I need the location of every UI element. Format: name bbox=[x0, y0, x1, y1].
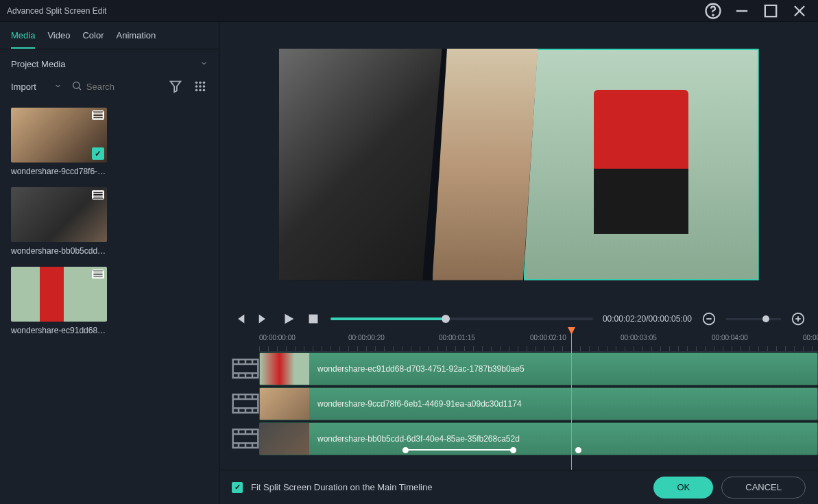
tab-video[interactable]: Video bbox=[47, 30, 70, 49]
next-frame-button[interactable] bbox=[256, 311, 272, 326]
media-item[interactable]: wondershare-ec91dd68-... bbox=[11, 267, 107, 335]
media-item-label: wondershare-9ccd78f6-6... bbox=[11, 167, 107, 176]
cancel-button[interactable]: CANCEL bbox=[721, 477, 806, 499]
source-dropdown[interactable]: Project Media bbox=[11, 59, 208, 69]
timeline-track: wondershare-9ccd78f6-6eb1-4469-91ea-a09d… bbox=[232, 387, 818, 421]
playback-controls: 00:00:02:20/00:00:05:00 bbox=[219, 307, 818, 331]
sidebar: Media Video Color Animation Project Medi… bbox=[0, 22, 219, 504]
svg-point-12 bbox=[195, 85, 198, 88]
search-icon bbox=[71, 80, 82, 93]
preview-canvas[interactable] bbox=[279, 49, 759, 280]
track-video-icon[interactable] bbox=[232, 428, 259, 449]
zoom-in-button[interactable] bbox=[791, 311, 806, 326]
zoom-slider[interactable] bbox=[726, 318, 781, 320]
clip-thumbnail bbox=[260, 388, 309, 420]
svg-point-16 bbox=[199, 89, 202, 92]
svg-line-7 bbox=[79, 87, 81, 89]
check-icon: ✓ bbox=[92, 147, 104, 160]
svg-point-14 bbox=[203, 85, 206, 88]
svg-marker-8 bbox=[171, 82, 181, 93]
clip-label: wondershare-bb0b5cdd-6d3f-40e4-85ae-35fb… bbox=[317, 434, 520, 444]
svg-point-13 bbox=[199, 85, 202, 88]
tab-media[interactable]: Media bbox=[11, 30, 35, 49]
split-pane-2[interactable] bbox=[433, 49, 538, 280]
svg-rect-24 bbox=[93, 271, 104, 277]
keyframe-line bbox=[404, 449, 514, 451]
chevron-down-icon bbox=[200, 59, 208, 69]
ruler-tick: 00:00:01:15 bbox=[439, 334, 475, 341]
clip-label: wondershare-ec91dd68-d703-4751-92ac-1787… bbox=[317, 364, 525, 374]
preview-area bbox=[219, 22, 818, 307]
svg-point-11 bbox=[203, 82, 206, 84]
filter-icon[interactable] bbox=[168, 79, 183, 94]
svg-rect-21 bbox=[93, 191, 104, 197]
keyframe-handle[interactable] bbox=[510, 447, 516, 453]
fit-duration-checkbox[interactable]: ✓ bbox=[232, 482, 243, 493]
svg-point-9 bbox=[195, 82, 198, 84]
main-panel: 00:00:02:20/00:00:05:00 00:00:00:00 00:0… bbox=[219, 22, 818, 504]
video-clip-icon bbox=[92, 110, 104, 120]
timeline-clip[interactable]: wondershare-9ccd78f6-6eb1-4469-91ea-a09d… bbox=[259, 387, 818, 420]
close-button[interactable] bbox=[788, 1, 811, 21]
split-pane-3-selected[interactable] bbox=[524, 49, 759, 280]
svg-point-10 bbox=[199, 82, 202, 84]
search-input[interactable] bbox=[86, 82, 141, 92]
clip-thumbnail bbox=[260, 353, 309, 385]
svg-rect-27 bbox=[309, 315, 318, 324]
footer: ✓ Fit Split Screen Duration on the Main … bbox=[219, 470, 818, 504]
clip-label: wondershare-9ccd78f6-6eb1-4469-91ea-a09d… bbox=[317, 399, 522, 409]
svg-point-17 bbox=[203, 89, 206, 92]
ruler-tick: 00:00:02:10 bbox=[530, 334, 566, 341]
window-title: Advanced Split Screen Edit bbox=[7, 6, 701, 16]
maximize-button[interactable] bbox=[759, 1, 782, 21]
zoom-out-button[interactable] bbox=[701, 311, 717, 326]
timeline-track: wondershare-ec91dd68-d703-4751-92ac-1787… bbox=[232, 352, 818, 386]
media-thumbnail: ✓ bbox=[11, 108, 107, 163]
prev-frame-button[interactable] bbox=[232, 311, 247, 326]
import-dropdown[interactable]: Import bbox=[11, 82, 62, 92]
zoom-handle[interactable] bbox=[762, 315, 769, 322]
tab-color[interactable]: Color bbox=[82, 30, 104, 49]
timeline-ruler[interactable]: 00:00:00:00 00:00:00:20 00:00:01:15 00:0… bbox=[259, 331, 818, 352]
svg-point-1 bbox=[712, 14, 713, 15]
help-icon[interactable] bbox=[701, 1, 725, 21]
search-field[interactable] bbox=[71, 80, 158, 93]
tab-animation[interactable]: Animation bbox=[117, 30, 156, 49]
ruler-tick: 00:00:0 bbox=[803, 334, 818, 341]
timeline-track: wondershare-bb0b5cdd-6d3f-40e4-85ae-35fb… bbox=[232, 422, 818, 456]
split-pane-1[interactable] bbox=[279, 49, 442, 280]
track-video-icon[interactable] bbox=[232, 393, 259, 414]
media-list: ✓ wondershare-9ccd78f6-6... wondershare-… bbox=[0, 102, 219, 352]
track-video-icon[interactable] bbox=[232, 358, 259, 379]
timeline: 00:00:00:00 00:00:00:20 00:00:01:15 00:0… bbox=[219, 331, 818, 470]
title-bar: Advanced Split Screen Edit bbox=[0, 0, 818, 22]
minimize-button[interactable] bbox=[730, 1, 754, 21]
ok-button[interactable]: OK bbox=[653, 477, 713, 499]
timeline-clip[interactable]: wondershare-ec91dd68-d703-4751-92ac-1787… bbox=[259, 352, 818, 385]
grid-view-icon[interactable] bbox=[193, 79, 208, 94]
import-label: Import bbox=[11, 82, 36, 92]
source-dropdown-label: Project Media bbox=[11, 59, 65, 69]
media-item-label: wondershare-ec91dd68-... bbox=[11, 326, 107, 335]
media-thumbnail bbox=[11, 187, 107, 242]
playhead[interactable] bbox=[571, 331, 572, 470]
svg-rect-18 bbox=[93, 112, 104, 118]
chevron-down-icon bbox=[54, 82, 62, 92]
timeline-clip[interactable]: wondershare-bb0b5cdd-6d3f-40e4-85ae-35fb… bbox=[259, 422, 818, 455]
scrub-handle[interactable] bbox=[442, 315, 450, 323]
svg-point-6 bbox=[73, 82, 80, 88]
ruler-tick: 00:00:00:20 bbox=[348, 334, 385, 341]
stop-button[interactable] bbox=[306, 311, 321, 326]
media-thumbnail bbox=[11, 267, 107, 322]
media-item[interactable]: wondershare-bb0b5cdd-... bbox=[11, 187, 107, 256]
scrub-bar[interactable] bbox=[330, 317, 593, 320]
keyframe-handle[interactable] bbox=[575, 447, 581, 453]
video-clip-icon bbox=[92, 269, 104, 279]
keyframe-handle[interactable] bbox=[402, 447, 409, 453]
ruler-tick: 00:00:04:00 bbox=[712, 334, 748, 341]
play-button[interactable] bbox=[281, 311, 296, 326]
scrub-progress bbox=[330, 317, 446, 320]
media-item[interactable]: ✓ wondershare-9ccd78f6-6... bbox=[11, 108, 107, 176]
video-clip-icon bbox=[92, 190, 104, 200]
ruler-tick: 00:00:03:05 bbox=[621, 334, 657, 341]
